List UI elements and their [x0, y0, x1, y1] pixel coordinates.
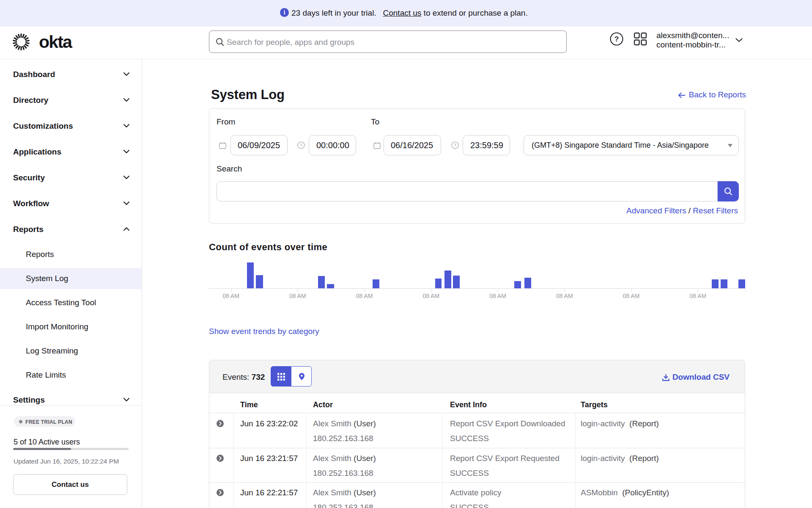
svg-text:?: ?: [614, 35, 619, 43]
